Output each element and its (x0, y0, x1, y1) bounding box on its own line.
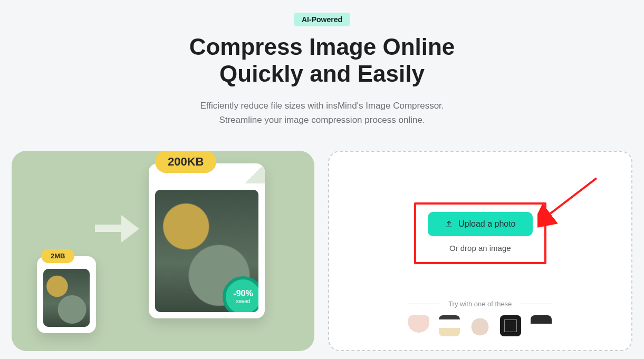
upload-dropzone[interactable]: Upload a photo Or drop an image Try with… (328, 151, 633, 351)
sample-image-3[interactable] (469, 315, 491, 336)
upload-button-label: Upload a photo (458, 219, 516, 229)
page-title: Compress Image Online Quickly and Easily (0, 34, 644, 87)
drop-image-label: Or drop an image (428, 244, 533, 253)
saved-label: saved (236, 298, 251, 304)
upload-highlight: Upload a photo Or drop an image (414, 202, 546, 264)
subtitle-line-1: Efficiently reduce file sizes with insMi… (200, 101, 444, 111)
sample-thumbnails (408, 315, 552, 336)
sample-image-1[interactable] (408, 315, 429, 336)
page-subtitle: Efficiently reduce file sizes with insMi… (0, 99, 644, 127)
saved-badge: -90% saved (223, 276, 258, 312)
title-line-1: Compress Image Online (189, 34, 455, 60)
svg-line-0 (547, 178, 597, 216)
subtitle-line-2: Streamline your image compression proces… (219, 115, 425, 125)
arrow-right-icon (95, 213, 142, 245)
sample-image-4[interactable] (500, 315, 521, 336)
before-thumbnail (43, 269, 90, 327)
sample-image-2[interactable] (439, 315, 460, 336)
before-size-badge: 2MB (41, 249, 74, 263)
before-card: 2MB (37, 256, 96, 333)
annotation-arrow-icon (537, 175, 601, 228)
after-card: 200KB -90% saved (149, 163, 265, 318)
ai-powered-badge: AI-Powered (294, 13, 350, 26)
try-samples-label: Try with one of these (407, 300, 553, 308)
saved-percent: -90% (233, 289, 253, 298)
upload-icon (445, 220, 453, 228)
after-thumbnail: -90% saved (155, 190, 258, 312)
sample-image-5[interactable] (531, 315, 552, 336)
after-size-badge: 200KB (155, 151, 216, 173)
compression-illustration: 2MB 200KB -90% saved (12, 151, 314, 351)
upload-photo-button[interactable]: Upload a photo (428, 212, 533, 236)
title-line-2: Quickly and Easily (219, 61, 425, 86)
